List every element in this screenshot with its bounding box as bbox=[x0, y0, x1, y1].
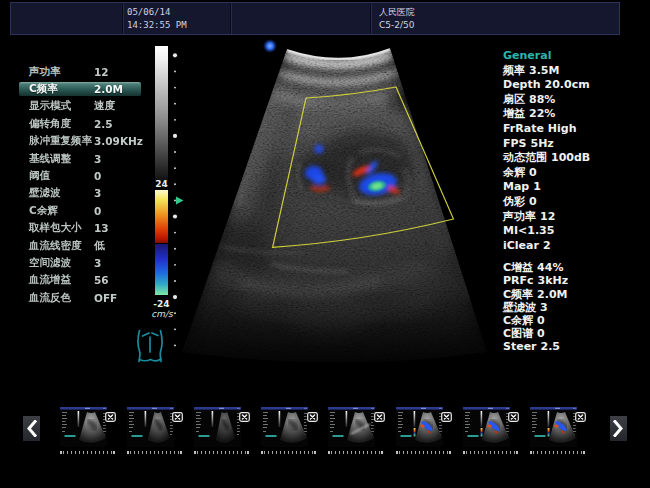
info-label: 扇区 bbox=[503, 93, 525, 106]
thumbnail[interactable] bbox=[463, 407, 510, 447]
info-label: 声功率 bbox=[503, 210, 536, 223]
info-label: 动态范围 bbox=[503, 151, 547, 164]
close-icon bbox=[508, 412, 519, 422]
info-b-mode-group: 频率3.5M Depth20.0cm 扇区88% 增益22% FrRateHig… bbox=[503, 64, 649, 254]
info-value: 0 bbox=[537, 327, 545, 340]
info-label: 余辉 bbox=[503, 166, 525, 179]
parameter-row[interactable]: C频率 2.0M bbox=[0, 80, 150, 97]
info-value: 2.5 bbox=[541, 340, 561, 353]
info-value: 0 bbox=[537, 314, 545, 327]
parameter-value: 56 bbox=[94, 274, 109, 286]
grayscale-map-bar bbox=[155, 46, 168, 181]
thumbnail-close-button[interactable] bbox=[508, 407, 519, 417]
parameter-row[interactable]: 基线调整 3 bbox=[0, 150, 150, 167]
info-row: C增益44% bbox=[503, 261, 649, 274]
thumbnail-close-button[interactable] bbox=[307, 407, 318, 417]
info-label: 伪彩 bbox=[503, 195, 525, 208]
parameter-label: 血流增益 bbox=[29, 273, 71, 287]
info-row: 增益22% bbox=[503, 107, 649, 122]
thumbnail[interactable] bbox=[396, 407, 443, 447]
parameter-value: OFF bbox=[94, 292, 117, 304]
info-row: 余辉0 bbox=[503, 166, 649, 181]
color-doppler-bar-positive bbox=[155, 190, 168, 243]
parameter-row[interactable]: 脉冲重复频率 3.09KHz bbox=[0, 133, 150, 150]
thumbnail-cine-ticks bbox=[130, 451, 179, 454]
filmstrip-prev-button[interactable] bbox=[23, 416, 40, 441]
parameter-panel: 声功率 12 C频率 2.0M 显示模式 速度 偏转角度 2.5 脉冲重复频率 … bbox=[0, 63, 150, 306]
info-label: Depth bbox=[503, 78, 541, 91]
close-icon bbox=[105, 412, 116, 422]
info-value: 44% bbox=[537, 261, 563, 274]
info-label: FPS bbox=[503, 137, 527, 150]
info-value: 5Hz bbox=[531, 137, 554, 150]
parameter-label: 偏转角度 bbox=[29, 117, 71, 131]
info-label: C图谱 bbox=[503, 327, 533, 340]
parameter-row[interactable]: 偏转角度 2.5 bbox=[0, 115, 150, 132]
thumbnail[interactable] bbox=[328, 407, 375, 447]
info-value: 0 bbox=[529, 166, 537, 179]
info-label: C频率 bbox=[503, 288, 533, 301]
thumbnail-image bbox=[127, 407, 174, 447]
ultrasound-console-screen: 05/06/14 14:32:55 PM 人民医院 C5-2/50 bbox=[0, 0, 650, 488]
parameter-value: 2.0M bbox=[94, 83, 123, 95]
thumbnail-image bbox=[194, 407, 241, 447]
info-value: 1 bbox=[533, 180, 541, 193]
parameter-row[interactable]: 声功率 12 bbox=[0, 63, 150, 80]
info-row: 扇区88% bbox=[503, 93, 649, 108]
parameter-label: 基线调整 bbox=[29, 152, 71, 166]
parameter-row[interactable]: C余辉 0 bbox=[0, 202, 150, 219]
parameter-label: 壁滤波 bbox=[29, 186, 61, 200]
info-row: C图谱0 bbox=[503, 327, 649, 340]
filmstrip-next-button[interactable] bbox=[610, 416, 627, 441]
info-value: 2.0M bbox=[537, 288, 567, 301]
parameter-row[interactable]: 壁滤波 3 bbox=[0, 185, 150, 202]
parameter-value: 13 bbox=[94, 222, 109, 234]
parameter-row[interactable]: 阈值 0 bbox=[0, 167, 150, 184]
thumbnail-close-button[interactable] bbox=[105, 407, 116, 417]
info-row: 壁滤波3 bbox=[503, 301, 649, 314]
close-icon bbox=[307, 412, 318, 422]
thumbnail[interactable] bbox=[127, 407, 174, 447]
info-label: PRFc bbox=[503, 274, 534, 287]
thumbnail-close-button[interactable] bbox=[239, 407, 250, 417]
info-value: 22% bbox=[529, 107, 555, 120]
thumbnail-close-button[interactable] bbox=[575, 407, 586, 417]
chevron-left-icon bbox=[26, 420, 37, 437]
thumbnail[interactable] bbox=[261, 407, 308, 447]
thumbnail-image bbox=[530, 407, 577, 447]
probe-orientation-marker bbox=[263, 39, 277, 53]
info-row: MI<1.35 bbox=[503, 224, 649, 239]
parameter-row[interactable]: 空间滤波 3 bbox=[0, 254, 150, 271]
info-row: iClear2 bbox=[503, 239, 649, 254]
parameter-row[interactable]: 显示模式 速度 bbox=[0, 98, 150, 115]
body-marker-icon[interactable] bbox=[135, 327, 165, 363]
info-row: 频率3.5M bbox=[503, 64, 649, 79]
thumbnail[interactable] bbox=[194, 407, 241, 447]
thumbnail[interactable] bbox=[530, 407, 577, 447]
info-color-mode-group: C增益44% PRFc3kHz C频率2.0M 壁滤波3 C余辉0 C图谱0 S… bbox=[503, 261, 649, 353]
color-doppler-bar-negative bbox=[155, 244, 168, 295]
parameter-value: 12 bbox=[94, 66, 109, 78]
thumbnail-close-button[interactable] bbox=[441, 407, 452, 417]
parameter-label: 阈值 bbox=[29, 169, 50, 183]
info-row: 动态范围100dB bbox=[503, 151, 649, 166]
parameter-value: 2.5 bbox=[94, 118, 113, 130]
parameter-value: 3.09KHz bbox=[94, 135, 143, 147]
parameter-row[interactable]: 血流增益 56 bbox=[0, 272, 150, 289]
close-icon bbox=[239, 412, 250, 422]
parameter-row[interactable]: 取样包大小 13 bbox=[0, 220, 150, 237]
focus-marker-icon[interactable] bbox=[175, 196, 185, 205]
thumbnail[interactable] bbox=[60, 407, 107, 447]
info-row: FrRateHigh bbox=[503, 122, 649, 137]
thumbnail-close-button[interactable] bbox=[374, 407, 385, 417]
parameter-label: 脉冲重复频率 bbox=[29, 134, 92, 148]
parameter-row[interactable]: 血流线密度 低 bbox=[0, 237, 150, 254]
info-row: Depth20.0cm bbox=[503, 78, 649, 93]
info-row: Steer2.5 bbox=[503, 340, 649, 353]
info-row: C余辉0 bbox=[503, 314, 649, 327]
parameter-row[interactable]: 血流反色 OFF bbox=[0, 289, 150, 306]
depth-scale bbox=[170, 50, 180, 360]
thumbnail-close-button[interactable] bbox=[172, 407, 183, 417]
info-label: 增益 bbox=[503, 107, 525, 120]
info-row: Map1 bbox=[503, 180, 649, 195]
